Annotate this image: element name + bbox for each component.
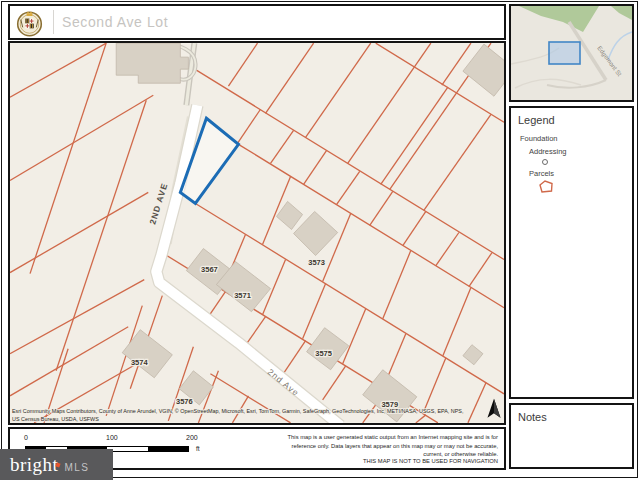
map-panel: 2ND AVE 2nd Ave 3567 3571 3573 3574 3575… <box>8 41 506 425</box>
parcel-label: 3573 <box>308 258 325 267</box>
map-canvas: 2ND AVE 2nd Ave 3567 3571 3573 3574 3575… <box>10 43 504 423</box>
legend-title: Legend <box>518 114 625 126</box>
header-divider <box>53 10 54 34</box>
maryland-seal-icon <box>15 8 44 37</box>
legend-group-foundation: Foundation <box>520 134 625 143</box>
bright-mls-logo: bright MLS <box>0 449 113 480</box>
notes-panel: Notes <box>509 403 634 469</box>
scale-tick-100: 100 <box>106 434 118 441</box>
parcel-label: 3571 <box>234 291 251 300</box>
map-disclaimer: This map is a user generated static outp… <box>273 433 498 459</box>
scale-tick-200: 200 <box>186 434 198 441</box>
parcel-label: 3574 <box>131 358 149 367</box>
page-title: Second Ave Lot <box>62 14 168 30</box>
legend-panel: Legend Foundation Addressing Parcels <box>509 106 634 399</box>
header-bar: Second Ave Lot <box>8 4 506 40</box>
parcel-label: 3567 <box>201 265 218 274</box>
inset-canvas: Edgemont St <box>511 6 632 100</box>
parcel-label: 3576 <box>176 397 193 406</box>
parcel-label: 3575 <box>315 349 332 358</box>
parcel-symbol-icon <box>538 180 556 194</box>
legend-item-addressing: Addressing <box>529 147 625 156</box>
logo-spark-icon <box>56 462 61 467</box>
overview-inset-map: Edgemont St <box>509 4 634 102</box>
legend-item-parcels: Parcels <box>529 169 625 178</box>
address-point-icon <box>542 159 548 165</box>
notes-title: Notes <box>518 411 625 423</box>
mls-wordmark: MLS <box>64 462 89 473</box>
navigation-warning: THIS MAP IS NOT TO BE USED FOR NAVIGATIO… <box>363 458 498 464</box>
scale-tick-0: 0 <box>24 434 28 441</box>
scale-unit: ft <box>196 445 200 452</box>
attribution-line-2: US Census Bureau, USDA, USFWS <box>12 416 99 422</box>
inset-extent-box <box>549 42 580 64</box>
bright-wordmark: bright <box>10 454 58 476</box>
attribution-line-1: Esri Community Maps Contributors, County… <box>12 408 464 414</box>
map-background <box>10 43 504 423</box>
